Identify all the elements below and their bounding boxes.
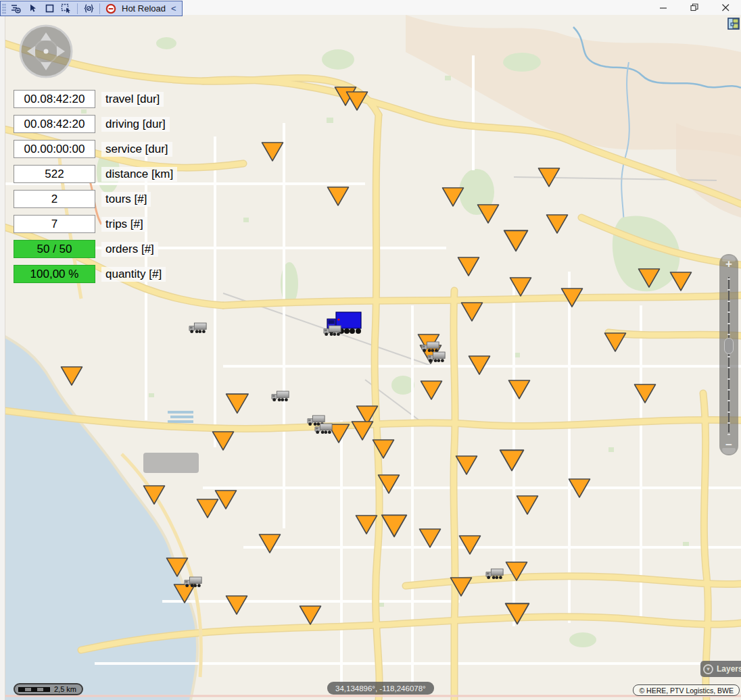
order-marker[interactable] [225,393,249,418]
toolbar-separator [99,3,100,14]
truck-marker[interactable] [323,324,342,340]
truck-marker[interactable] [189,322,208,337]
order-marker[interactable] [634,383,656,407]
display-adorners-button[interactable] [42,2,57,15]
order-marker[interactable] [196,498,219,522]
map-pan-compass[interactable] [19,24,73,78]
order-marker[interactable] [261,141,284,165]
stat-value: 00.08:42:20 [14,90,95,108]
truck-marker[interactable] [427,351,446,366]
order-marker[interactable] [327,186,350,209]
order-marker[interactable] [460,301,483,325]
order-marker[interactable] [225,595,248,618]
stat-row: 2tours [#] [14,190,151,208]
zoom-tick [727,356,730,357]
order-marker[interactable] [143,484,166,508]
order-marker[interactable] [441,186,464,210]
hot-reload-disabled-icon [105,3,116,14]
zoom-tick [727,367,730,368]
track-focused-element-button[interactable] [59,2,74,15]
hot-reload-label: Hot Reload [122,3,166,14]
map-scale-bar: 2,5 km [14,683,83,695]
order-marker[interactable] [299,605,322,628]
stat-value: 2 [14,190,95,208]
order-marker[interactable] [508,379,531,403]
zoom-tick [727,289,730,291]
order-marker[interactable] [669,271,692,295]
order-marker[interactable] [516,495,539,518]
close-icon [722,4,730,11]
zoom-tick [727,422,730,424]
order-marker[interactable] [60,366,83,389]
minimize-button[interactable] [648,0,679,15]
live-visual-tree-button[interactable] [8,2,23,15]
hot-reload-status-button[interactable] [103,2,118,15]
stat-value: 522 [14,165,95,183]
order-marker[interactable] [546,214,569,237]
order-marker[interactable] [504,602,530,628]
truck-marker[interactable] [184,576,203,591]
stat-value: 7 [14,215,95,233]
layers-chevron-icon: ▼ [703,664,713,674]
app-window: Hot Reload < [0,0,741,700]
zoom-out-button[interactable]: − [719,436,738,454]
order-marker[interactable] [372,439,395,462]
order-marker[interactable] [604,332,627,355]
layers-button[interactable]: ▼ Layers [700,661,741,677]
order-marker[interactable] [419,528,441,551]
order-marker[interactable] [355,514,378,538]
order-marker[interactable] [258,533,281,557]
order-marker[interactable] [377,474,400,497]
hot-reload-braces-icon [83,3,95,14]
toolbar-grip-handle[interactable] [2,3,6,14]
order-marker[interactable] [351,420,374,444]
stat-label: quantity [#] [101,267,166,282]
stat-label: trips [#] [101,217,147,232]
order-marker[interactable] [345,91,368,114]
truck-marker[interactable] [314,422,333,438]
order-marker[interactable] [477,203,500,227]
order-marker[interactable] [381,514,408,541]
zoom-tick [727,323,730,324]
hot-reload-settings-button[interactable] [81,2,96,15]
map-zoom-slider[interactable]: + − [719,254,738,455]
pan-center-dot[interactable] [44,49,49,54]
order-marker[interactable] [455,455,478,478]
map-copyright: © HERE, PTV Logistics, BWE [633,684,740,696]
live-visual-tree-icon [10,3,21,14]
order-marker[interactable] [457,256,480,280]
truck-marker[interactable] [271,390,290,405]
order-marker[interactable] [468,355,491,378]
cursor-coordinates: 34,134896°, -118,246078° [327,682,434,695]
vs-inapp-toolbar: Hot Reload < [0,1,183,16]
order-marker[interactable] [537,167,560,191]
enable-selection-icon [28,3,38,14]
order-marker[interactable] [458,534,481,558]
order-marker[interactable] [420,380,443,403]
truck-marker[interactable] [485,568,504,583]
stat-label: distance [km] [101,167,177,182]
order-marker[interactable] [568,478,591,501]
order-marker[interactable] [503,229,529,255]
order-marker[interactable] [509,276,532,300]
enable-selection-button[interactable] [25,2,40,15]
order-marker[interactable] [450,576,473,600]
zoom-in-button[interactable]: + [719,255,738,273]
close-button[interactable] [710,0,741,15]
stat-row: 50 / 50orders [#] [14,240,158,258]
restore-button[interactable] [679,0,710,15]
zoom-tick [727,301,730,302]
stat-label: orders [#] [101,242,158,257]
zoom-thumb[interactable] [724,338,734,354]
order-marker[interactable] [499,449,525,475]
order-marker[interactable] [212,430,235,454]
overview-map-toggle-icon[interactable] [727,18,740,30]
window-edge-strip [0,15,5,700]
order-marker[interactable] [560,287,583,311]
scale-label: 2,5 km [54,685,76,693]
order-marker[interactable] [638,268,661,291]
stat-row: 100,00 %quantity [#] [14,265,166,283]
zoom-tick [727,311,730,313]
toolbar-collapse-chevron[interactable]: < [171,3,176,14]
order-marker[interactable] [505,561,528,584]
